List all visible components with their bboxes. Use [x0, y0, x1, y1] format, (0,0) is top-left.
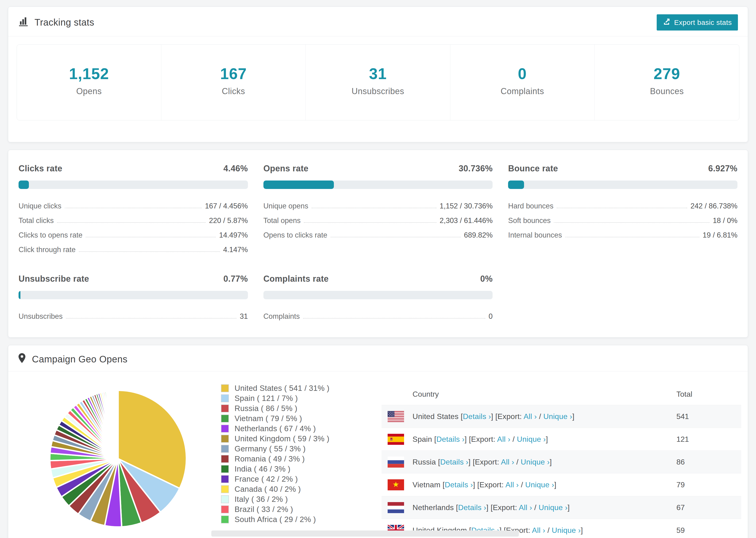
- progress-bar-fill: [19, 181, 29, 189]
- legend-item[interactable]: Romania ( 49 / 3% ): [221, 454, 329, 464]
- export-all-link[interactable]: All ›: [532, 526, 545, 534]
- rate-row-value: 689.82%: [464, 231, 493, 240]
- geo-chart-area: United States ( 541 / 31% )Spain ( 121 /…: [8, 380, 382, 538]
- rate-row: Opens to clicks rate689.82%: [263, 228, 493, 242]
- rate-title: Unsubscribe rate: [19, 274, 89, 284]
- rates-grid: Clicks rate4.46%Unique clicks167 / 4.456…: [19, 164, 737, 324]
- rate-row: Internal bounces19 / 6.81%: [508, 228, 737, 242]
- country-links: Russia [Details ›] [Export: All › / Uniq…: [412, 458, 552, 466]
- legend-label: South Africa ( 29 / 2% ): [235, 515, 316, 524]
- flag-ru: [388, 457, 404, 467]
- country-total: 79: [676, 480, 735, 489]
- rate-row-label: Total clicks: [19, 216, 54, 225]
- flag-nl: [388, 502, 404, 513]
- legend-swatch: [221, 435, 229, 443]
- export-all-link[interactable]: All ›: [497, 435, 511, 443]
- legend-item[interactable]: Netherlands ( 67 / 4% ): [221, 423, 329, 434]
- legend-item[interactable]: Canada ( 40 / 2% ): [221, 484, 329, 494]
- stat-cell: 31Unsubscribes: [306, 45, 450, 120]
- rate-row: Soft bounces18 / 0%: [508, 213, 737, 228]
- legend-item[interactable]: South Africa ( 29 / 2% ): [221, 514, 329, 524]
- legend-swatch: [221, 455, 229, 463]
- rate-row-label: Clicks to opens rate: [19, 231, 82, 240]
- bar-chart-icon: [18, 16, 28, 28]
- dotted-leader: [554, 222, 710, 223]
- export-unique-link[interactable]: Unique ›: [543, 412, 572, 421]
- export-all-link[interactable]: All ›: [506, 480, 519, 489]
- export-unique-link[interactable]: Unique ›: [539, 503, 567, 512]
- export-unique-link[interactable]: Unique ›: [525, 480, 554, 489]
- geo-opens-title-row: Campaign Geo Opens: [18, 353, 128, 365]
- progress-bar: [19, 291, 248, 299]
- legend-item[interactable]: Brazil ( 33 / 2% ): [221, 504, 329, 514]
- rate-row: Total opens2,303 / 61.446%: [263, 213, 493, 228]
- legend-item[interactable]: United States ( 541 / 31% ): [221, 383, 329, 393]
- export-all-link[interactable]: All ›: [523, 412, 537, 421]
- legend-item[interactable]: Italy ( 36 / 2% ): [221, 494, 329, 504]
- dotted-leader: [331, 237, 460, 237]
- rate-row: Unsubscribes31: [19, 309, 248, 324]
- country-cell: Vietnam [Details ›] [Export: All › / Uni…: [388, 479, 676, 490]
- rate-value: 6.927%: [708, 164, 738, 174]
- rate-block: Clicks rate4.46%Unique clicks167 / 4.456…: [19, 164, 248, 257]
- legend-item[interactable]: Spain ( 121 / 7% ): [221, 393, 329, 403]
- rate-title: Opens rate: [263, 164, 308, 174]
- country-links: Spain [Details ›] [Export: All › / Uniqu…: [412, 435, 548, 444]
- rate-row-label: Unique clicks: [19, 202, 62, 210]
- details-link[interactable]: Details ›: [458, 503, 486, 512]
- country-cell: Spain [Details ›] [Export: All › / Uniqu…: [388, 434, 676, 445]
- stat-label: Unsubscribes: [306, 86, 450, 96]
- dotted-leader: [557, 208, 687, 208]
- table-row: Spain [Details ›] [Export: All › / Uniqu…: [382, 428, 741, 451]
- export-unique-link[interactable]: Unique ›: [552, 526, 581, 534]
- legend-swatch: [221, 394, 229, 402]
- geo-opens-title: Campaign Geo Opens: [32, 354, 128, 364]
- rate-row-label: Soft bounces: [508, 216, 551, 225]
- details-link[interactable]: Details ›: [445, 480, 473, 489]
- rate-row-value: 167 / 4.456%: [205, 202, 248, 210]
- rate-row-label: Click through rate: [19, 245, 76, 254]
- legend-item[interactable]: United Kingdom ( 59 / 3% ): [221, 434, 329, 444]
- export-icon: [663, 18, 670, 27]
- rate-row-value: 31: [240, 312, 248, 321]
- legend-label: Spain ( 121 / 7% ): [235, 394, 298, 403]
- export-basic-stats-button[interactable]: Export basic stats: [657, 14, 738, 30]
- table-row: United States [Details ›] [Export: All ›…: [382, 405, 741, 428]
- rate-value: 4.46%: [224, 164, 248, 174]
- geo-pie-chart: [43, 384, 193, 538]
- stat-cell: 279Bounces: [595, 45, 739, 120]
- details-link[interactable]: Details ›: [463, 412, 491, 421]
- rate-block: Complaints rate0%Complaints0: [263, 274, 493, 324]
- export-all-link[interactable]: All ›: [501, 458, 514, 466]
- details-link[interactable]: Details ›: [436, 435, 465, 443]
- geo-legend: United States ( 541 / 31% )Spain ( 121 /…: [221, 383, 329, 538]
- legend-label: United Kingdom ( 59 / 3% ): [235, 434, 329, 443]
- rate-value: 30.736%: [459, 164, 493, 174]
- legend-label: United States ( 541 / 31% ): [235, 384, 329, 393]
- legend-item[interactable]: Russia ( 86 / 5% ): [221, 403, 329, 413]
- country-total: 121: [676, 435, 735, 444]
- tracking-stats-card: Tracking stats Export basic stats 1,152O…: [8, 7, 748, 142]
- progress-bar: [263, 181, 493, 189]
- legend-item[interactable]: France ( 42 / 2% ): [221, 474, 329, 484]
- rate-row-value: 2,303 / 61.446%: [440, 216, 493, 225]
- geo-opens-header: Campaign Geo Opens: [8, 345, 748, 371]
- map-pin-icon: [18, 353, 26, 365]
- export-unique-link[interactable]: Unique ›: [521, 458, 550, 466]
- legend-label: Vietnam ( 79 / 5% ): [235, 414, 302, 423]
- legend-item[interactable]: Vietnam ( 79 / 5% ): [221, 413, 329, 423]
- export-all-link[interactable]: All ›: [519, 503, 532, 512]
- legend-swatch: [221, 414, 229, 422]
- legend-swatch: [221, 425, 229, 433]
- legend-swatch: [221, 465, 229, 473]
- legend-swatch: [221, 495, 229, 503]
- export-unique-link[interactable]: Unique ›: [517, 435, 546, 443]
- legend-item[interactable]: Germany ( 55 / 3% ): [221, 444, 329, 454]
- dotted-leader: [79, 251, 220, 252]
- legend-swatch: [221, 475, 229, 483]
- divider: [8, 36, 748, 36]
- legend-label: Brazil ( 33 / 2% ): [235, 505, 293, 514]
- legend-swatch: [221, 384, 229, 392]
- details-link[interactable]: Details ›: [440, 458, 468, 466]
- legend-item[interactable]: India ( 46 / 3% ): [221, 464, 329, 474]
